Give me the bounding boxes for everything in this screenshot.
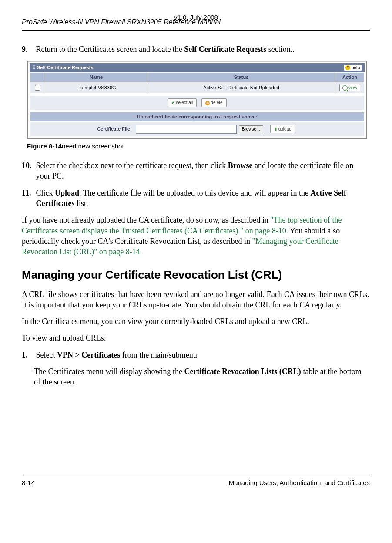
row-checkbox-cell (30, 82, 45, 94)
footer-chapter-title: Managing Users, Authentication, and Cert… (229, 479, 370, 487)
delete-button[interactable]: ✕delete (201, 98, 226, 107)
button-row: ✔select all ✕delete (30, 95, 365, 110)
help-text: help (351, 65, 360, 71)
text: Click (36, 189, 55, 197)
text: Return to the Certificates screen and lo… (36, 45, 184, 54)
title-text: Self Certificate Requests (37, 65, 94, 70)
cell-status: Active Self Certificate Not Uploaded (147, 82, 335, 94)
upload-subheader: Upload certificate corresponding to a re… (30, 112, 365, 122)
cert-table: Name Status Action ExampleFVS336G Active… (30, 72, 365, 94)
panel-titlebar: ⠿Self Certificate Requests ?help (30, 63, 365, 72)
browse-button[interactable]: Browse... (239, 125, 263, 133)
upload-label: upload (278, 127, 291, 132)
cell-action: view (335, 82, 365, 94)
row-checkbox[interactable] (35, 85, 40, 91)
figure-caption: Figure 8-14need new screenshot (27, 142, 370, 151)
col-action: Action (335, 72, 365, 82)
bold: Certificate Revocation Lists (CRL) (184, 367, 301, 376)
help-link[interactable]: ?help (344, 65, 362, 71)
paragraph: To view and upload CRLs: (22, 333, 370, 343)
file-label: Certificate File: (97, 126, 131, 132)
paragraph-ca-note: If you have not already uploaded the CA … (22, 215, 370, 257)
step-text: Select the checkbox next to the certific… (36, 160, 369, 182)
select-all-label: select all (176, 100, 193, 105)
col-checkbox (30, 72, 45, 82)
magnifier-icon (342, 85, 348, 91)
delete-label: delete (211, 100, 222, 105)
file-input[interactable] (136, 125, 237, 134)
text: from the main/submenu. (120, 351, 199, 359)
step-11: 11. Click Upload. The certificate file w… (22, 188, 370, 209)
footer-page-number: 8-14 (22, 479, 35, 487)
figure-note: need new screenshot (62, 142, 124, 150)
panel-title: ⠿Self Certificate Requests (32, 64, 94, 71)
paragraph: In the Certificates menu, you can view y… (22, 316, 370, 327)
upload-icon: ⬆ (274, 127, 278, 132)
step-1: 1. Select VPN > Certificates from the ma… (22, 350, 370, 360)
col-name: Name (45, 72, 147, 82)
page-footer: 8-14 Managing Users, Authentication, and… (22, 475, 370, 487)
help-icon: ? (345, 65, 350, 70)
bold: Self Certificate Requests (184, 45, 266, 54)
screenshot-self-cert-requests: ⠿Self Certificate Requests ?help Name St… (27, 61, 367, 139)
footer-version: v1.0, July 2008 (0, 13, 392, 22)
text: Select the checkbox next to the certific… (36, 161, 228, 170)
section-heading-crl: Managing your Certificate Revocation Lis… (22, 267, 370, 283)
step-number: 11. (22, 188, 34, 198)
upload-row: Certificate File: Browse... ⬆upload (30, 122, 365, 137)
table-row: ExampleFVS336G Active Self Certificate N… (30, 82, 365, 94)
table-header-row: Name Status Action (30, 72, 365, 82)
col-status: Status (147, 72, 335, 82)
step-10: 10. Select the checkbox next to the cert… (22, 160, 370, 182)
upload-button[interactable]: ⬆upload (270, 125, 295, 134)
step-text: Click Upload. The certificate file will … (36, 188, 369, 209)
view-button[interactable]: view (339, 84, 360, 92)
step-9: 9. Return to the Certificates screen and… (22, 44, 370, 54)
bold: Browse (228, 161, 253, 170)
bold: Upload (55, 189, 79, 197)
step-text: Return to the Certificates screen and lo… (36, 44, 369, 54)
step-number: 1. (22, 350, 34, 360)
text: If you have not already uploaded the CA … (22, 216, 270, 224)
paragraph: A CRL file shows certificates that have … (22, 289, 370, 310)
text: Select (36, 351, 57, 359)
text: section.. (266, 45, 295, 54)
step-text: Select VPN > Certificates from the main/… (36, 350, 369, 360)
view-label: view (348, 85, 357, 90)
cell-name: ExampleFVS336G (45, 82, 147, 94)
figure-number: Figure 8-14 (27, 142, 62, 150)
select-all-button[interactable]: ✔select all (168, 98, 197, 107)
bold: VPN > Certificates (57, 351, 120, 359)
step-number: 9. (22, 44, 34, 54)
step-number: 10. (22, 160, 34, 171)
text: list. (74, 199, 88, 208)
grip-icon: ⠿ (32, 65, 35, 70)
x-icon: ✕ (205, 101, 210, 105)
step-1-sub: The Certificates menu will display showi… (34, 366, 370, 388)
text: The Certificates menu will display showi… (34, 367, 184, 376)
text: . The certificate file will be uploaded … (79, 189, 310, 197)
text: . (140, 247, 142, 256)
check-icon: ✔ (171, 100, 175, 105)
